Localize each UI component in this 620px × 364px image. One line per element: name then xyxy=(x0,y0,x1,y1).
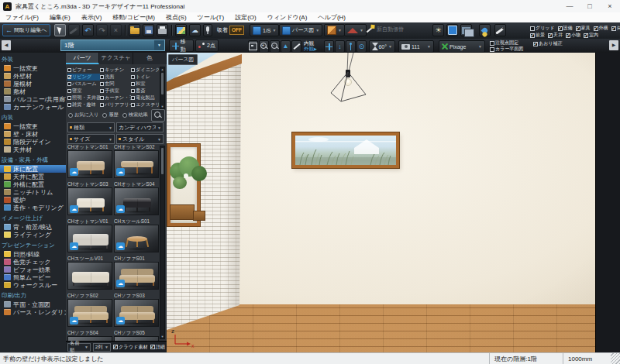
lower-camera-button[interactable]: ↓ xyxy=(335,40,345,53)
category-checkbox[interactable]: トイレ xyxy=(131,74,159,81)
sidebar-item[interactable]: 天井に配置 xyxy=(0,173,66,180)
sidebar-item[interactable]: 床に配置 xyxy=(0,165,66,173)
menu-item[interactable]: ヘルプ(H) xyxy=(312,12,351,22)
save-button[interactable] xyxy=(143,24,154,36)
sidebar-item[interactable]: 敷材 xyxy=(0,88,66,95)
eye-height-button[interactable] xyxy=(346,40,356,53)
cloud-download-button[interactable]: ☁ xyxy=(189,24,201,36)
filter-dropdown[interactable]: カンディハウス▼ xyxy=(116,122,164,132)
menu-item[interactable]: 視点(S) xyxy=(160,12,192,22)
roof-display-dropdown[interactable]: ▼ xyxy=(344,24,367,36)
scale-view-dropdown[interactable]: 1/S ▼ xyxy=(250,24,279,36)
filter-radio[interactable]: 検索結果 xyxy=(122,112,148,118)
sidebar-item[interactable]: 屋根材 xyxy=(0,80,66,88)
tilt-correction-checkbox[interactable]: あおり補正 xyxy=(533,40,562,47)
minimize-button[interactable]: — xyxy=(560,1,580,12)
print-button[interactable] xyxy=(157,24,168,36)
detail-checkbox[interactable]: 詳細 xyxy=(150,344,165,351)
voice-button[interactable] xyxy=(203,24,212,36)
zoom-out-button[interactable]: - xyxy=(270,40,280,53)
furniture-item[interactable]: CHソファS05☁ xyxy=(114,330,159,341)
furniture-item[interactable]: CHソファS01☁ xyxy=(114,256,159,293)
filter-dropdown[interactable]: サイズ▼ xyxy=(67,134,115,144)
menu-item[interactable]: 表示(V) xyxy=(76,12,108,22)
pen-tool-button[interactable] xyxy=(494,24,506,36)
category-checkbox[interactable]: ビフォー xyxy=(67,67,100,74)
perspective-view-dropdown[interactable]: パース図 ▼ xyxy=(279,24,322,36)
snap-toggle[interactable]: 吸着 OFF xyxy=(217,26,244,35)
category-checkbox[interactable]: 玄関 xyxy=(100,81,131,88)
furniture-item[interactable]: CHオットマンS02☁ xyxy=(114,144,159,181)
search-button[interactable] xyxy=(151,109,165,122)
tab-inactive[interactable]: テクスチャ xyxy=(99,53,133,64)
multi-view-button[interactable] xyxy=(460,24,472,36)
category-checkbox[interactable]: 電化製品 xyxy=(131,94,159,101)
tab-active[interactable]: パーツ xyxy=(66,53,99,64)
floor-select[interactable]: 1階 ▼ xyxy=(60,39,165,51)
sidebar-item[interactable]: ニッチ/トリム xyxy=(0,188,66,196)
sidebar-item[interactable]: 簡単ムービー xyxy=(0,273,66,281)
maximize-button[interactable]: □ xyxy=(580,1,600,12)
menu-item[interactable]: 移動/コピー(M) xyxy=(107,12,160,22)
tab-inactive[interactable]: 色 xyxy=(133,53,167,64)
auto-retexture-tool[interactable]: 新自動張替 xyxy=(366,26,404,33)
move-mode-button[interactable]: 移動 xyxy=(169,39,194,52)
viewport-view-tab[interactable]: パース図 xyxy=(168,54,198,65)
category-checkbox[interactable]: 洗面 xyxy=(100,74,131,81)
sidebar-item[interactable]: 暖炉 xyxy=(0,196,66,204)
furniture-item[interactable]: CHソファS03☁ xyxy=(114,293,159,330)
category-checkbox[interactable]: 和室 xyxy=(131,81,159,88)
category-checkbox[interactable]: バリアフリー xyxy=(100,101,131,108)
sidebar-item[interactable]: ビフォー効果 xyxy=(0,266,66,273)
filter-radio[interactable]: お気に入り xyxy=(68,112,98,118)
view-angle-dropdown[interactable]: 60° ▼ xyxy=(369,40,395,53)
expand-right-panel-button[interactable]: ▶ xyxy=(609,40,618,50)
resize-grip[interactable] xyxy=(611,353,620,364)
cloud-material-checkbox[interactable]: クラウド素材 xyxy=(113,344,148,351)
3d-viewport[interactable]: パース図 z x xyxy=(167,53,595,352)
selection-mode-button[interactable] xyxy=(446,24,458,36)
sidebar-item[interactable]: 階段デザイン xyxy=(0,138,66,146)
sidebar-item[interactable]: パース・レンダリング xyxy=(0,308,66,316)
sidebar-item[interactable]: 天井材 xyxy=(0,146,66,153)
furniture-item[interactable]: CHスツールV01 xyxy=(67,256,112,293)
lighting-button[interactable]: ☀ xyxy=(432,24,444,36)
back-to-floorplan-button[interactable]: ← 間取り編集へ xyxy=(2,24,50,36)
sort-order-select[interactable]: 名前順▼ xyxy=(67,343,91,352)
menu-item[interactable]: 編集(E) xyxy=(44,12,76,22)
category-checkbox[interactable]: リビング xyxy=(67,74,100,81)
pixage-dropdown[interactable]: Pixage ▼ xyxy=(439,40,485,53)
display-checkbox[interactable]: 矢印 xyxy=(611,25,620,32)
category-checkbox[interactable]: ダイニング xyxy=(131,67,159,74)
column-count-select[interactable]: 2列▼ xyxy=(93,343,111,352)
sidebar-item[interactable]: 一括変更 xyxy=(0,64,66,72)
furniture-item[interactable]: CHオットマンV01☁ xyxy=(67,218,112,256)
sidebar-item[interactable]: 平面・立面図 xyxy=(0,300,66,308)
sidebar-item[interactable]: 外壁材 xyxy=(0,72,66,80)
furniture-item[interactable]: CHソファS04☁ xyxy=(67,330,112,341)
walkthrough-button[interactable]: ⊙ xyxy=(356,40,367,53)
sidebar-item[interactable]: 日照/斜線 xyxy=(0,250,66,258)
section-cut-button[interactable] xyxy=(291,40,301,53)
view-checkbox[interactable]: カラー平面図 xyxy=(490,46,523,53)
interior-exterior-toggle[interactable]: 内観 外観▶ xyxy=(304,40,317,52)
menu-item[interactable]: ファイル(F) xyxy=(0,12,44,22)
close-button[interactable]: × xyxy=(600,1,620,12)
sidebar-item[interactable]: バルコニー/共用廊下 xyxy=(0,95,66,103)
category-checkbox[interactable]: キッチン xyxy=(100,67,131,74)
cancel-button[interactable]: × xyxy=(110,24,122,36)
furniture-item[interactable]: CHスツールS01☁ xyxy=(114,218,159,256)
open-file-button[interactable] xyxy=(129,24,140,36)
undo-button[interactable]: ↶ xyxy=(82,24,94,36)
sidebar-item[interactable]: 外構に配置 xyxy=(0,180,66,188)
display-checkbox[interactable]: 外構 xyxy=(594,25,608,32)
category-checkbox[interactable]: 雑貨・趣味 xyxy=(67,101,100,108)
display-checkbox[interactable]: 天井 xyxy=(548,32,563,39)
menu-item[interactable]: ウィンドウ(A) xyxy=(262,12,313,22)
material-paint-button[interactable] xyxy=(479,24,491,36)
display-checkbox[interactable]: 小物 xyxy=(566,32,580,39)
select-tool-button[interactable] xyxy=(54,24,66,36)
furniture-item[interactable]: CHオットマンS04☁ xyxy=(114,181,159,218)
sidebar-item[interactable]: 背・前景/映込 xyxy=(0,223,66,231)
pan-button[interactable] xyxy=(324,40,334,53)
